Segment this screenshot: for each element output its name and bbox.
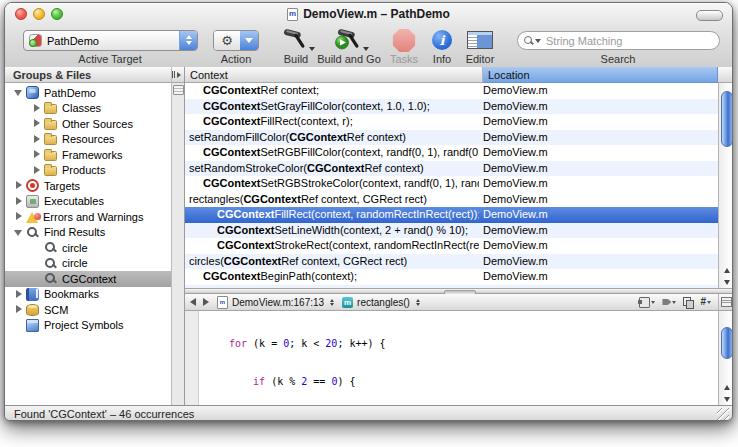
source-editor[interactable]: for (k = 0; k < 20; k++) { if (k % 2 == … bbox=[185, 311, 718, 405]
sidebar-item-find-result-circle-1[interactable]: circle bbox=[5, 240, 171, 256]
result-row[interactable]: CGContextSetRGBStrokeColor(context, rand… bbox=[185, 176, 718, 192]
result-row[interactable]: CGContextBeginPath(context); DemoView.m bbox=[185, 269, 718, 285]
disclosure-triangle[interactable] bbox=[13, 196, 24, 207]
scroll-up-arrow[interactable] bbox=[719, 381, 733, 393]
scrollbar-thumb[interactable] bbox=[721, 327, 733, 359]
function-popup[interactable]: m rectangles() bbox=[338, 294, 424, 310]
hammer-go-icon bbox=[331, 28, 367, 52]
breakpoints-menu-button[interactable] bbox=[662, 298, 676, 306]
tasks-button bbox=[393, 29, 416, 52]
disclosure-triangle[interactable] bbox=[31, 134, 42, 145]
gear-icon: ⚙ bbox=[214, 31, 240, 50]
editor-split-button[interactable] bbox=[718, 294, 733, 311]
bookmark-icon bbox=[639, 297, 650, 308]
active-target-value: PathDemo bbox=[47, 35, 179, 47]
back-button[interactable] bbox=[185, 296, 199, 309]
active-target-popup[interactable]: PathDemo bbox=[23, 30, 198, 51]
sidebar-item-frameworks[interactable]: Frameworks bbox=[5, 147, 171, 163]
result-row[interactable]: circles(CGContextRef context, CGRect rec… bbox=[185, 254, 718, 270]
editor-scrollbar[interactable] bbox=[718, 311, 733, 405]
result-row-selected[interactable]: CGContextFillRect(context, randomRectInR… bbox=[185, 207, 718, 223]
sidebar-item-errors-and-warnings[interactable]: Errors and Warnings bbox=[5, 209, 171, 225]
build-button[interactable] bbox=[279, 28, 313, 56]
scroll-down-arrow[interactable] bbox=[719, 276, 733, 288]
document-proxy-icon[interactable]: m bbox=[287, 8, 298, 21]
sidebar-item-executables[interactable]: Executables bbox=[5, 194, 171, 210]
result-row[interactable]: CGContextSetLineWidth(context, 2 + rand(… bbox=[185, 223, 718, 239]
search-input[interactable]: String Matching bbox=[517, 31, 720, 50]
folder-icon bbox=[44, 104, 57, 114]
result-row[interactable]: rectangles(CGContextRef context, CGRect … bbox=[185, 192, 718, 208]
project-tree: PathDemo Classes Other Sources Resources… bbox=[5, 83, 171, 405]
included-symbols-button[interactable]: # bbox=[700, 297, 711, 307]
file-popup[interactable]: m DemoView.m:167:13 bbox=[213, 294, 338, 310]
sidebar-item-find-result-cgcontext[interactable]: CGContext bbox=[5, 271, 171, 287]
disclosure-triangle[interactable] bbox=[13, 289, 24, 300]
scroll-down-arrow[interactable] bbox=[719, 393, 733, 405]
sidebar-item-other-sources[interactable]: Other Sources bbox=[5, 116, 171, 132]
action-dropdown[interactable] bbox=[240, 31, 258, 50]
result-row[interactable]: CGContextFillRect(context, r); DemoView.… bbox=[185, 114, 718, 130]
resize-grip[interactable] bbox=[717, 408, 729, 420]
function-popup-text: rectangles() bbox=[357, 297, 410, 308]
target-icon bbox=[26, 179, 39, 192]
scrollbar-thumb[interactable] bbox=[721, 91, 733, 147]
sidebar-item-find-result-circle-2[interactable]: circle bbox=[5, 256, 171, 272]
window-title: m DemoView.m – PathDemo bbox=[5, 3, 732, 25]
split-editor-icon bbox=[721, 297, 732, 307]
sidebar-item-project-symbols[interactable]: Project Symbols bbox=[5, 318, 171, 334]
disclosure-triangle[interactable] bbox=[13, 87, 24, 98]
disclosure-triangle[interactable] bbox=[31, 165, 42, 176]
scroll-up-arrow[interactable] bbox=[719, 264, 733, 276]
disclosure-triangle[interactable] bbox=[31, 118, 42, 129]
editor-gutter[interactable] bbox=[185, 311, 199, 405]
bookmarks-menu-button[interactable] bbox=[639, 297, 655, 308]
results-scrollbar[interactable] bbox=[718, 83, 733, 288]
status-text: Found 'CGContext' – 46 occurrences bbox=[5, 408, 194, 420]
book-icon bbox=[26, 288, 39, 301]
info-button[interactable]: i bbox=[432, 30, 452, 50]
code-area[interactable]: for (k = 0; k < 20; k++) { if (k % 2 == … bbox=[199, 311, 718, 405]
disclosure-triangle[interactable] bbox=[13, 227, 24, 238]
sidebar-item-classes[interactable]: Classes bbox=[5, 101, 171, 117]
sidebar-item-products[interactable]: Products bbox=[5, 163, 171, 179]
sidebar-item-scm[interactable]: SCM bbox=[5, 302, 171, 318]
sidebar-splitter-handle-icon[interactable] bbox=[172, 67, 184, 83]
disclosure-triangle[interactable] bbox=[13, 180, 24, 191]
result-row[interactable]: setRandomFillColor(CGContextRef context)… bbox=[185, 130, 718, 146]
editor-button[interactable] bbox=[467, 31, 493, 49]
column-header-context[interactable]: Context bbox=[185, 67, 483, 83]
result-row[interactable]: setRandomStrokeColor(CGContextRef contex… bbox=[185, 161, 718, 177]
column-header-location[interactable]: Location bbox=[483, 67, 718, 83]
search-label: Search bbox=[601, 53, 636, 65]
disclosure-triangle[interactable] bbox=[13, 211, 24, 222]
disclosure-triangle[interactable] bbox=[31, 149, 42, 160]
search-placeholder: String Matching bbox=[546, 35, 622, 47]
result-row[interactable]: CGContextSetRGBFillColor(context, randf(… bbox=[185, 145, 718, 161]
sidebar-item-bookmarks[interactable]: Bookmarks bbox=[5, 287, 171, 303]
sidebar-split-button[interactable] bbox=[173, 85, 184, 95]
result-row[interactable]: CGContextStrokeRect(context, randomRectI… bbox=[185, 238, 718, 254]
build-and-go-button[interactable] bbox=[331, 28, 367, 56]
folder-icon bbox=[44, 120, 57, 130]
action-label: Action bbox=[221, 53, 252, 65]
build-dropdown-icon bbox=[309, 47, 315, 54]
action-button[interactable]: ⚙ bbox=[213, 30, 259, 51]
disclosure-triangle[interactable] bbox=[31, 103, 42, 114]
toolbar-toggle-pill-button[interactable] bbox=[696, 10, 723, 21]
sidebar-item-targets[interactable]: Targets bbox=[5, 178, 171, 194]
xcode-project-window: m DemoView.m – PathDemo PathDemo Active … bbox=[4, 2, 733, 421]
result-row[interactable]: CGContextSetGrayFillColor(context, 1.0, … bbox=[185, 99, 718, 115]
result-row[interactable]: CGContextRef context; DemoView.m bbox=[185, 83, 718, 99]
sidebar-item-find-results[interactable]: Find Results bbox=[5, 225, 171, 241]
main-pane: Context Location CGContextRef context; D… bbox=[185, 67, 733, 405]
search-magnifier-icon[interactable] bbox=[524, 36, 533, 45]
forward-button[interactable] bbox=[199, 296, 213, 309]
editor-label: Editor bbox=[466, 53, 495, 65]
sidebar-item-resources[interactable]: Resources bbox=[5, 132, 171, 148]
titlebar[interactable]: m DemoView.m – PathDemo bbox=[5, 3, 732, 25]
disclosure-triangle[interactable] bbox=[13, 304, 24, 315]
counterpart-button[interactable] bbox=[683, 297, 693, 307]
sidebar-item-pathdemo[interactable]: PathDemo bbox=[5, 85, 171, 101]
magnifier-icon bbox=[44, 241, 57, 254]
